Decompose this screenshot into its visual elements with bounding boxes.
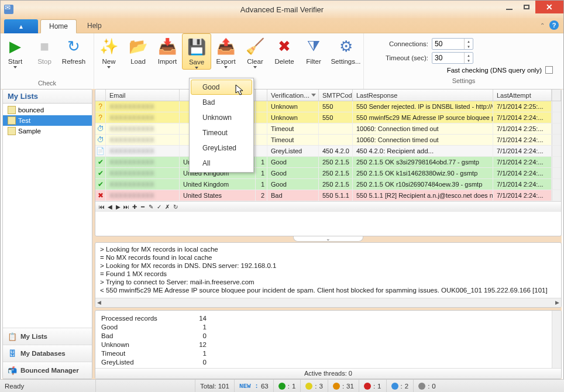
nav-mydatabases[interactable]: 🗄 My Databases — [3, 345, 92, 362]
nav-prev-icon[interactable]: ◀ — [106, 204, 114, 210]
timeout-input[interactable] — [432, 54, 464, 62]
nav-mylists[interactable]: 📋 My Lists — [3, 328, 92, 345]
table-row[interactable]: ?XXXXXXXXXXUnknown550550 mwinf5c29 ME Ad… — [95, 112, 561, 123]
table-row[interactable]: ⏱XXXXXXXXXXTimeout10060: Connection time… — [95, 135, 561, 146]
smtp-cell: 550 — [319, 112, 353, 123]
connections-input[interactable] — [432, 40, 464, 48]
col-lastresponse[interactable]: LastResponse — [353, 90, 493, 101]
status-bar: Ready Total: 101 NEW : 63 : 1 : 3 : 31 :… — [0, 379, 564, 392]
save-menu-good[interactable]: Good — [191, 80, 252, 95]
status-good: : 1 — [274, 380, 301, 392]
nav-last-icon[interactable]: ⏭ — [122, 204, 130, 210]
filter-button[interactable]: ⧩ Filter — [299, 33, 328, 65]
table-row[interactable]: ✔XXXXXXXXXXUnited Kingdom1Good250 2.1.52… — [95, 168, 561, 179]
collapse-ribbon-icon[interactable]: ⌃ — [540, 22, 545, 29]
status-icon: ? — [96, 114, 105, 122]
nav-ok-icon[interactable]: ✓ — [155, 204, 163, 210]
col-lastattempt[interactable]: LastAttempt — [493, 90, 552, 101]
file-tab[interactable]: ▴ — [4, 19, 38, 33]
spin-down-icon[interactable]: ▼ — [465, 58, 473, 63]
verification-cell: Good — [267, 179, 319, 190]
email-cell: XXXXXXXXXX — [109, 170, 154, 177]
grid-vscroll[interactable] — [552, 90, 561, 101]
status-unknown: : 3 — [301, 380, 328, 392]
save-menu-all[interactable]: All — [191, 156, 252, 171]
smtp-cell: 550 5.1.1 — [319, 190, 353, 201]
spin-up-icon[interactable]: ▲ — [465, 39, 473, 44]
grid-navigator[interactable]: ⏮ ◀ ▶ ⏭ ✚ ━ ✎ ✓ ✗ ↻ — [95, 201, 561, 212]
verification-cell: GreyListed — [267, 146, 319, 156]
table-row[interactable]: ✔XXXXXXXXXXUnited Kingdom1Good250 2.1.52… — [95, 179, 561, 190]
nav-next-icon[interactable]: ▶ — [114, 204, 122, 210]
list-item-sample[interactable]: Sample — [3, 126, 92, 136]
col-email[interactable]: Email — [106, 90, 180, 101]
log-hscroll[interactable] — [95, 298, 561, 307]
save-menu-greylisted[interactable]: GreyListed — [191, 140, 252, 156]
timeout-label: Timeout (sec): — [372, 54, 428, 61]
table-row[interactable]: ⏱XXXXXXXXXXTimeout10060: Connection time… — [95, 123, 561, 135]
stats-vscroll[interactable] — [552, 311, 561, 368]
verification-cell: Good — [267, 157, 319, 167]
tab-home[interactable]: Home — [40, 19, 77, 33]
clear-button[interactable]: 🧹 Clear — [240, 33, 270, 68]
save-menu-bad[interactable]: Bad — [191, 95, 252, 110]
email-cell: XXXXXXXXXX — [109, 103, 154, 110]
nav-first-icon[interactable]: ⏮ — [98, 204, 106, 210]
table-row[interactable]: 📄XXXXXXXXXXGreyListed450 4.2.0450 4.2.0 … — [95, 146, 561, 157]
good-dot-icon — [278, 383, 286, 390]
nav-refresh-icon[interactable]: ↻ — [171, 204, 180, 210]
fastcheck-checkbox[interactable] — [545, 66, 553, 74]
col-icon[interactable] — [95, 90, 106, 101]
spin-down-icon[interactable]: ▼ — [465, 44, 473, 49]
tab-help[interactable]: Help — [79, 19, 110, 33]
count-cell — [256, 112, 267, 123]
save-button[interactable]: 💾 Save — [182, 33, 211, 70]
col-count[interactable] — [256, 90, 267, 101]
settings-button[interactable]: ⚙ Settings... — [328, 33, 363, 65]
nav-del-icon[interactable]: ━ — [139, 204, 147, 210]
import-button[interactable]: 📥 Import — [153, 33, 182, 65]
table-row[interactable]: ✖XXXXXXXXXXUnited States2Bad550 5.1.1550… — [95, 190, 561, 201]
count-cell: 1 — [256, 179, 267, 190]
save-icon: 💾 — [187, 37, 206, 56]
table-row[interactable]: ✔XXXXXXXXXXUnited Kingdom1Good250 2.1.52… — [95, 157, 561, 168]
col-smtpcode[interactable]: SMTPCode — [319, 90, 353, 101]
table-row[interactable]: ?XXXXXXXXXXUnknown550550 Sender rejected… — [95, 101, 561, 112]
nav-edit-icon[interactable]: ✎ — [147, 204, 155, 210]
database-icon: 🗄 — [8, 349, 17, 358]
col-verification[interactable]: Verification... — [267, 90, 319, 101]
email-cell: XXXXXXXXXX — [109, 136, 154, 143]
document-icon — [8, 106, 16, 114]
list-item-test[interactable]: Test — [3, 115, 92, 126]
connections-spinbox[interactable]: ▲▼ — [432, 38, 473, 50]
refresh-button[interactable]: ↻ Refresh — [59, 33, 88, 65]
save-menu-unknown[interactable]: Unknown — [191, 110, 252, 125]
stop-button[interactable]: ■ Stop — [30, 33, 59, 65]
count-cell — [256, 146, 267, 156]
load-button[interactable]: 📂 Load — [123, 33, 153, 65]
new-button[interactable]: ✨ New — [94, 33, 123, 68]
status-icon: ⏱ — [96, 125, 105, 133]
log-panel: > Looking for MX records in local cache=… — [95, 242, 562, 308]
help-icon[interactable]: ? — [549, 20, 559, 30]
minimize-button[interactable] — [500, 1, 518, 13]
nav-add-icon[interactable]: ✚ — [130, 204, 139, 210]
nav-bounced-manager[interactable]: 📬 Bounced Manager — [3, 362, 92, 379]
start-button[interactable]: ▶ Start — [1, 33, 30, 68]
collapse-handle[interactable]: ⌄ — [293, 236, 363, 242]
bad-dot-icon — [364, 383, 371, 390]
save-menu-timeout[interactable]: Timeout — [191, 125, 252, 140]
close-button[interactable]: ✕ — [535, 1, 563, 13]
spin-up-icon[interactable]: ▲ — [465, 53, 473, 58]
verification-cell: Good — [267, 168, 319, 178]
log-line: > Looking for MX records in DNS. DNS ser… — [100, 262, 556, 270]
load-icon: 📂 — [129, 37, 147, 56]
delete-button[interactable]: ✖ Delete — [270, 33, 299, 65]
response-cell: 550 mwinf5c29 ME Adresse IP source bloqu… — [353, 112, 493, 123]
maximize-button[interactable] — [518, 1, 535, 13]
list-item-bounced[interactable]: bounced — [3, 105, 92, 115]
timeout-spinbox[interactable]: ▲▼ — [432, 52, 473, 64]
nav-cancel-icon[interactable]: ✗ — [163, 204, 171, 210]
export-button[interactable]: 📤 Export — [211, 33, 240, 68]
lastattempt-cell: 7/1/2014 2:24:... — [493, 157, 552, 167]
